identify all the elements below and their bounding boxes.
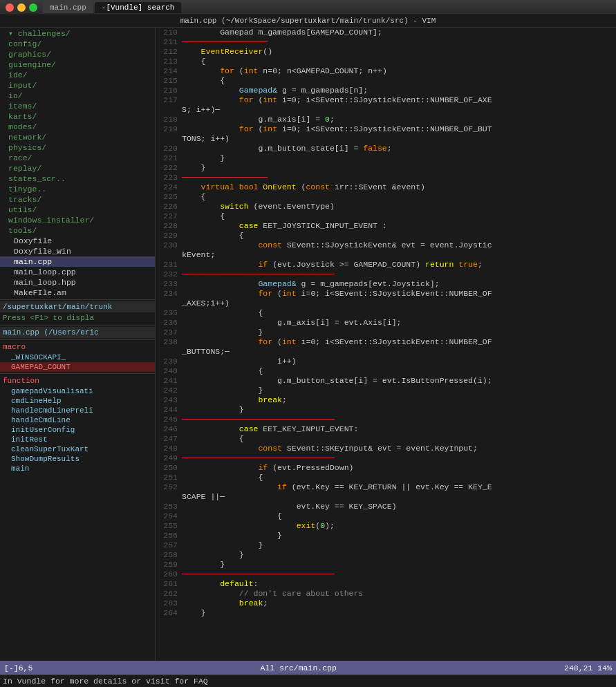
cmd-line: In Vundle for more details or visit for … (0, 675, 616, 687)
tree-item-windows[interactable]: windows_installer/ (0, 215, 155, 225)
code-line-240: 240 { (156, 366, 616, 376)
tree-item-physics[interactable]: physics/ (0, 142, 155, 153)
func-gamepad-vis[interactable]: gamepadVisualisati (0, 386, 155, 396)
sidebar-press-hint: Press <F1> to displa (0, 312, 155, 323)
tree-item-modes[interactable]: modes/ (0, 122, 155, 132)
macro-label: macro (0, 341, 155, 352)
code-line-248: 248 const SEvent::SKEyInput& evt = event… (156, 444, 616, 453)
sidebar-file-info: main.cpp (/Users/eric (0, 327, 155, 338)
code-line-261: 261 default: (156, 579, 616, 589)
code-line-219: 219 for (int i=0; i<SEvent::SJoystickEve… (156, 124, 616, 134)
tree-item-tinyge[interactable]: tinyge.. (0, 184, 155, 194)
tree-item-network[interactable]: network/ (0, 132, 155, 142)
tree-item-tracks[interactable]: tracks/ (0, 194, 155, 205)
code-line-234: 234 for (int i=0; i<SEvent::SJoystickEve… (156, 289, 616, 299)
status-file: All src/main.cpp (38, 664, 559, 672)
func-handle-cmdline-preli[interactable]: handleCmdLinePreli (0, 406, 155, 415)
tree-item-karts[interactable]: karts/ (0, 111, 155, 122)
tree-item-makefile[interactable]: MakeFIle.am (0, 288, 155, 298)
code-line-216: 216 Gamepad& g = m_gamepads[n]; (156, 86, 616, 95)
code-line-252: 252 if (evt.Key == KEY_RETURN || evt.Key… (156, 482, 616, 492)
code-line-219b: TONS; i++) (156, 134, 616, 144)
code-line-217b: S; i++)─ (156, 105, 616, 115)
code-line-260: 260 ──────────────────────────────── (156, 570, 616, 579)
func-main[interactable]: main (0, 464, 155, 473)
code-line-241: 241 g.m_button_state[i] = evt.IsButtonPr… (156, 376, 616, 386)
tree-item-race[interactable]: race/ (0, 153, 155, 163)
tree-item-states[interactable]: states_scr.. (0, 173, 155, 184)
code-line-224: 224 virtual bool OnEvent (const irr::SEv… (156, 182, 616, 192)
func-label: function (0, 375, 155, 386)
code-line-230b: kEvent; (156, 250, 616, 260)
code-line-223: 223 ────────────────── (156, 173, 616, 182)
func-cmdline-help[interactable]: cmdLineHelp (0, 396, 155, 406)
vim-title: main.cpp (~/WorkSpace/supertuxkart/main/… (0, 15, 616, 28)
func-handle-cmdline[interactable]: handleCmdLine (0, 415, 155, 425)
close-button[interactable] (6, 3, 14, 12)
code-line-211: 211 ────────────────── (156, 37, 616, 47)
code-line-238b: _BUTTONS;─ (156, 347, 616, 357)
tree-item-graphics[interactable]: graphics/ (0, 49, 155, 59)
tree-item-io[interactable]: io/ (0, 91, 155, 101)
status-bar: [-]6,5 All src/main.cpp 248,21 14% (0, 661, 616, 675)
tab-vundle-search[interactable]: -[Vundle] search (95, 2, 182, 13)
sidebar-divider-1 (0, 299, 155, 300)
code-line-230: 230 const SEvent::SJoystickEvent& evt = … (156, 241, 616, 250)
main-layout: ▾ challenges/ config/ graphics/ guiengin… (0, 28, 616, 661)
tree-item-main-loop-cpp[interactable]: main_loop.cpp (0, 267, 155, 277)
code-line-225: 225 { (156, 192, 616, 202)
tree-item-tools[interactable]: tools/ (0, 225, 155, 236)
sidebar-divider-4 (0, 373, 155, 374)
tree-item-main-cpp[interactable]: main.cpp (0, 256, 155, 267)
code-line-244: 244 } (156, 405, 616, 415)
macro-gamepad-count[interactable]: GAMEPAD_COUNT (0, 362, 155, 372)
code-line-222: 222 } (156, 163, 616, 173)
tree-item-doxyfile[interactable]: Doxyfile (0, 236, 155, 246)
tab-label: -[Vundle] search (102, 3, 175, 12)
minimize-button[interactable] (17, 3, 26, 12)
title-bar: main.cpp -[Vundle] search (0, 0, 616, 15)
tab-main-cpp[interactable]: main.cpp (43, 2, 93, 13)
func-show-dump-results[interactable]: ShowDumpResults (0, 454, 155, 464)
tree-item-guiengine[interactable]: guiengine/ (0, 59, 155, 70)
status-mode: [-]6,5 (4, 664, 32, 672)
code-area: 210 Gamepad m_gamepads[GAMEPAD_COUNT]; 2… (156, 28, 616, 661)
code-line-231: 231 if (evt.Joystick >= GAMEPAD_COUNT) r… (156, 260, 616, 270)
sidebar-divider-2 (0, 325, 155, 326)
sidebar-path: /supertuxkart/main/trunk (0, 301, 155, 312)
code-line-218: 218 g.m_axis[i] = 0; (156, 115, 616, 124)
code-line-221: 221 } (156, 153, 616, 163)
macro-winsockapi[interactable]: _WINSOCKAPI_ (0, 352, 155, 362)
tab-label: main.cpp (50, 3, 86, 12)
code-line-237: 237 } (156, 328, 616, 337)
code-line-217: 217 for (int i=0; i<SEvent::SJoystickEve… (156, 95, 616, 105)
sidebar-divider-3 (0, 339, 155, 340)
status-position: 248,21 14% (564, 664, 612, 672)
code-line-262: 262 // don't care about others (156, 589, 616, 599)
code-line-227: 227 { (156, 211, 616, 221)
code-line-210: 210 Gamepad m_gamepads[GAMEPAD_COUNT]; (156, 28, 616, 37)
tree-item-input[interactable]: input/ (0, 80, 155, 91)
code-line-263: 263 break; (156, 599, 616, 608)
tree-item-utils[interactable]: utils/ (0, 205, 155, 215)
tree-item-doxyfile-win[interactable]: Doxyfile_Win (0, 246, 155, 256)
code-line-228: 228 case EET_JOYSTICK_INPUT_EVENT : (156, 221, 616, 231)
tree-item-ide[interactable]: ide/ (0, 70, 155, 80)
code-line-243: 243 break; (156, 395, 616, 405)
window-controls (6, 3, 37, 12)
tree-item-replay[interactable]: replay/ (0, 163, 155, 173)
maximize-button[interactable] (29, 3, 37, 12)
tree-item-items[interactable]: items/ (0, 101, 155, 111)
func-init-user-config[interactable]: initUserConfig (0, 425, 155, 435)
code-line-256: 256 } (156, 531, 616, 540)
tree-item-main-loop-hpp[interactable]: main_loop.hpp (0, 277, 155, 288)
code-line-253: 253 evt.Key == KEY_SPACE) (156, 502, 616, 511)
tree-item-challenges[interactable]: ▾ challenges/ (0, 28, 155, 39)
tree-item-config[interactable]: config/ (0, 39, 155, 49)
code-line-220: 220 g.m_button_state[i] = false; (156, 144, 616, 153)
file-tree: ▾ challenges/ config/ graphics/ guiengin… (0, 28, 155, 298)
code-line-255: 255 exit(0); (156, 521, 616, 531)
code-line-242: 242 } (156, 386, 616, 395)
func-clean-supertuxkart[interactable]: cleanSuperTuxKart (0, 444, 155, 454)
func-init-rest[interactable]: initRest (0, 435, 155, 444)
